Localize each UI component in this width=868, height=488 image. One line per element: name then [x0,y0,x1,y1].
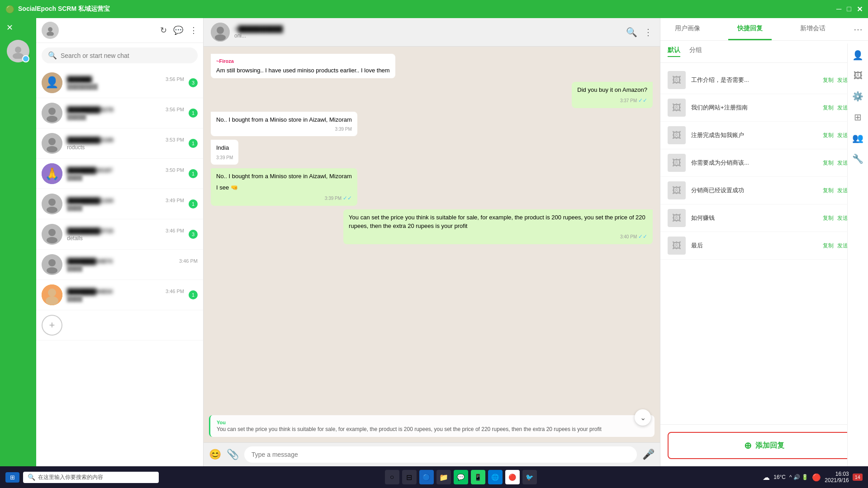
taskbar-app-grid[interactable]: ⊟ [402,470,417,484]
emoji-icon[interactable]: 😊 [209,449,221,460]
chat-contact-info: +██████████ oni... [234,25,283,39]
maximize-button[interactable]: □ [847,5,851,14]
send-button[interactable]: 发送 [837,242,848,250]
chat-time: 3:56 PM [166,76,184,82]
quick-reply-item: 🖼 注册完成告知我账户 复制 发送 ⋮ [660,122,868,149]
message-text: Am still browsing.. I have used miniso p… [216,66,390,75]
send-button[interactable]: 发送 [837,76,848,84]
copy-button[interactable]: 复制 [823,104,834,112]
quick-reply-list: 🖼 工作介绍，是否需要... 复制 发送 ⋮ 🖼 我们的网站+注册指南 复制 发… [660,63,868,424]
send-button[interactable]: 发送 [837,214,848,222]
quick-reply-text: 你需要成为分销商该... [691,159,817,167]
chat-name: ███████20197 [67,167,113,174]
chat-options-icon[interactable]: ⋮ [644,27,653,38]
close-button[interactable]: ✕ [857,5,863,14]
taskbar-search-text[interactable]: 在这里输入你要搜索的内容 [38,474,103,481]
microphone-icon[interactable]: 🎤 [642,449,655,460]
more-icon[interactable]: ⋮ [190,25,198,35]
sidebar-close-button[interactable]: ✕ [0,23,13,33]
header-avatar [42,22,59,39]
scroll-down-button[interactable]: ⌄ [635,409,651,426]
attachment-icon[interactable]: 📎 [227,449,239,460]
message-bubble: You can set the price you think is suita… [343,209,653,244]
tab-new-conversation[interactable]: 新增会话 [791,18,835,40]
start-button[interactable]: ⊞ [5,472,19,483]
chat-item[interactable]: ████████2109 3:53 PM roducts 1 [36,128,203,159]
chat-time: 3:46 PM [166,228,184,233]
chat-item[interactable]: 👤 ██████ 3:56 PM ████████ 3 [36,68,203,98]
chat-item[interactable]: ████████5278 3:56 PM █████ 1 [36,98,203,128]
search-bar: 🔍 [42,47,198,63]
taskbar-app-folder[interactable]: 📁 [436,470,451,484]
taskbar-app-wechat[interactable]: 💬 [454,470,468,484]
quick-reply-text: 分销商已经设置成功 [691,186,817,194]
right-panel-more-icon[interactable]: ⋯ [854,24,863,35]
tab-user-profile[interactable]: 用户画像 [666,18,709,40]
send-button[interactable]: 发送 [837,159,848,167]
taskbar-app-blue[interactable]: 🔵 [419,470,434,484]
copy-button[interactable]: 复制 [823,214,834,222]
chat-item[interactable]: ███████34874 3:46 PM ████ [36,250,203,280]
checkmarks-icon: ✓✓ [343,195,352,201]
unread-badge: 1 [189,109,198,118]
chat-item[interactable]: ███████94834 3:46 PM ████ 1 [36,280,203,310]
apps-icon[interactable]: ⊞ [854,112,862,123]
add-reply-button[interactable]: ⊕ 添加回复 [668,432,861,459]
settings-icon[interactable]: 🔧 [852,153,863,164]
search-input[interactable] [61,52,191,59]
taskbar-app-chrome[interactable]: 🔴 [505,470,520,484]
chat-avatar [42,224,62,245]
message-text: You can set the price you think is suita… [349,213,647,231]
message-time: 3:39 PM ✓✓ [216,194,352,202]
tag-tab-group[interactable]: 分组 [689,46,702,57]
quick-reply-image: 🖼 [668,237,686,255]
title-bar-controls[interactable]: ─ □ ✕ [836,5,863,14]
send-button[interactable]: 发送 [837,104,848,112]
chat-list-header: ↻ 💬 ⋮ [36,18,203,43]
taskbar-app-edge[interactable]: 🌐 [488,470,503,484]
svg-point-0 [15,47,21,53]
user-avatar[interactable] [7,40,29,62]
chat-item[interactable]: ████████3715 3:46 PM details 3 [36,219,203,250]
minimize-button[interactable]: ─ [836,5,841,14]
unread-badge: 3 [189,78,198,87]
chat-icon[interactable]: 💬 [173,25,183,35]
taskbar-app-whatsapp[interactable]: 📱 [471,470,485,484]
tab-quick-reply[interactable]: 快捷回复 [728,18,772,40]
chat-info: ███████20197 3:50 PM ████ [67,167,184,181]
copy-button[interactable]: 复制 [823,76,834,84]
add-chat-button[interactable]: + [42,315,62,336]
title-bar: 🟢 SocialEpoch SCRM 私域运营宝 ─ □ ✕ [0,0,868,18]
quick-reply-image: 🖼 [668,99,686,117]
puzzle-icon[interactable]: ⚙️ [852,91,863,102]
copy-button[interactable]: 复制 [823,187,834,194]
taskbar-app-bird[interactable]: 🐦 [522,470,537,484]
message-time: 3:39 PM [216,126,352,133]
add-reply-label: 添加回复 [755,441,784,450]
chat-item[interactable]: ████████1104 3:49 PM ████ 1 [36,189,203,219]
chat-info: ███████94834 3:46 PM ████ [67,288,184,302]
chat-list-panel: ↻ 💬 ⋮ 🔍 👤 ██████ 3:56 PM ███████ [36,18,204,466]
image-icon[interactable]: 🖼 [854,71,863,81]
contacts-icon[interactable]: 👤 [852,50,863,61]
quick-reply-item: 🖼 最后 复制 发送 ⋮ [660,232,868,260]
unread-badge: 1 [189,139,198,148]
search-chat-icon[interactable]: 🔍 [626,27,637,38]
send-button[interactable]: 发送 [837,187,848,194]
refresh-icon[interactable]: ↻ [160,25,167,35]
copy-button[interactable]: 复制 [823,159,834,167]
chat-item[interactable]: 🙏 ███████20197 3:50 PM ████ 1 [36,159,203,189]
person-icon[interactable]: 👥 [852,133,863,143]
taskbar-app-circle[interactable]: ○ [385,470,399,484]
title-bar-left: 🟢 SocialEpoch SCRM 私域运营宝 [5,5,110,14]
add-reply-section: ⊕ 添加回复 [660,424,868,466]
taskbar: ⊞ 🔍 在这里输入你要搜索的内容 ○ ⊟ 🔵 📁 💬 📱 🌐 🔴 🐦 ☁ 16°… [0,466,868,488]
send-button[interactable]: 发送 [837,132,848,139]
copy-button[interactable]: 复制 [823,132,834,139]
message-bubble: ~Firoza Am still browsing.. I have used … [211,54,395,78]
chat-info: ███████34874 3:46 PM ████ [67,258,198,272]
message-input[interactable] [244,446,637,463]
tag-tab-default[interactable]: 默认 [668,46,680,57]
copy-button[interactable]: 复制 [823,242,834,250]
chat-name: ███████34874 [67,258,113,265]
